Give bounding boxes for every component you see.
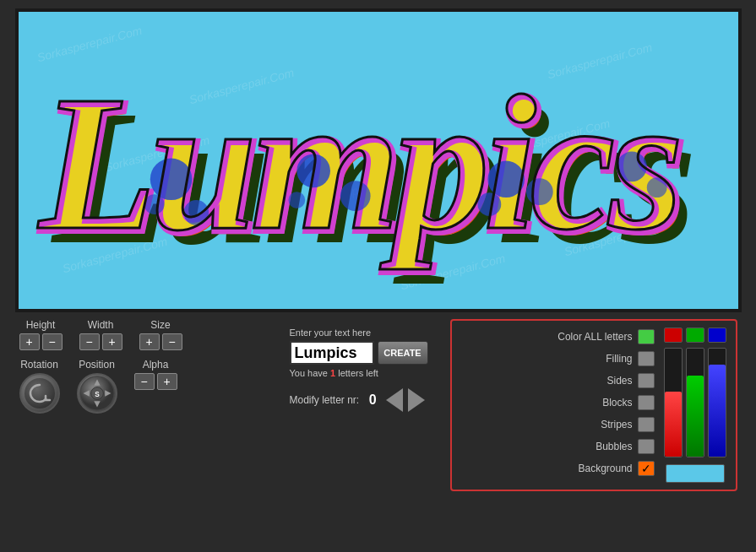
text-input-label: Enter your text here bbox=[290, 327, 372, 338]
color-row-blocks: Blocks bbox=[459, 393, 655, 412]
color-all-label: Color ALL letters bbox=[548, 331, 633, 343]
height-plus-button[interactable]: + bbox=[19, 333, 40, 350]
red-dot[interactable] bbox=[664, 327, 683, 343]
color-swatch-background[interactable]: ✓ bbox=[638, 461, 655, 476]
left-controls: Height + − Width − + Size + − bbox=[19, 319, 281, 414]
blue-slider[interactable] bbox=[708, 348, 726, 457]
green-slider[interactable] bbox=[686, 348, 704, 457]
color-row-stripes: Stripes bbox=[459, 415, 655, 434]
size-label: Size bbox=[150, 319, 170, 331]
red-slider[interactable] bbox=[664, 348, 683, 457]
green-slider-fill bbox=[687, 376, 704, 457]
width-control: Width − + bbox=[79, 319, 122, 350]
position-label: Position bbox=[79, 359, 115, 371]
green-dot[interactable] bbox=[686, 327, 704, 343]
color-row-bubbles: Bubbles bbox=[459, 437, 655, 456]
svg-text:Lumpics: Lumpics bbox=[36, 57, 677, 269]
filling-label: Filling bbox=[548, 353, 633, 365]
rotation-control: Rotation bbox=[19, 359, 60, 414]
color-row-all: Color ALL letters bbox=[459, 327, 655, 346]
sliders-container bbox=[664, 348, 726, 457]
rgb-header bbox=[664, 327, 726, 343]
color-swatch-bubbles[interactable] bbox=[638, 439, 655, 454]
graffiti-svg: Lumpics Lumpics Lumpics Lumpics Lumpics bbox=[19, 12, 738, 309]
height-buttons: + − bbox=[19, 333, 63, 350]
size-minus-button[interactable]: − bbox=[162, 333, 182, 350]
color-swatch-sides[interactable] bbox=[638, 373, 655, 388]
color-row-sides: Sides bbox=[459, 371, 655, 390]
modify-label: Modify letter nr: bbox=[290, 394, 360, 406]
height-minus-button[interactable]: − bbox=[42, 333, 63, 350]
modify-next-button[interactable] bbox=[408, 388, 425, 412]
compass-icon: S bbox=[79, 373, 116, 414]
modify-prev-button[interactable] bbox=[386, 388, 403, 412]
controls-area: Height + − Width − + Size + − bbox=[15, 319, 742, 491]
modify-row: Modify letter nr: 0 bbox=[290, 388, 426, 412]
size-buttons: + − bbox=[139, 333, 182, 350]
graffiti-canvas: Sorkasperepair.Com Sorkasperepair.Com So… bbox=[15, 8, 742, 312]
color-row-filling: Filling bbox=[459, 349, 655, 368]
height-label: Height bbox=[26, 319, 56, 331]
rotation-knob[interactable] bbox=[19, 373, 60, 414]
width-plus-button[interactable]: + bbox=[102, 333, 122, 350]
blocks-label: Blocks bbox=[548, 397, 633, 409]
text-input-row: CREATE bbox=[290, 341, 428, 365]
color-panel-right bbox=[661, 327, 729, 483]
rotation-icon bbox=[26, 380, 53, 407]
color-preview-box[interactable] bbox=[666, 464, 725, 483]
background-label: Background bbox=[548, 463, 633, 474]
text-input[interactable] bbox=[290, 341, 374, 365]
stripes-label: Stripes bbox=[548, 419, 633, 430]
red-slider-fill bbox=[665, 392, 682, 457]
modify-nr: 0 bbox=[364, 392, 381, 408]
position-control: Position bbox=[77, 359, 117, 414]
size-plus-button[interactable]: + bbox=[139, 333, 160, 350]
alpha-control: Alpha − + bbox=[134, 359, 177, 390]
width-label: Width bbox=[88, 319, 114, 331]
color-swatch-filling[interactable] bbox=[638, 351, 655, 366]
alpha-buttons: − + bbox=[134, 373, 177, 390]
width-buttons: − + bbox=[79, 333, 122, 350]
bottom-row: Rotation Position bbox=[19, 359, 281, 414]
blue-slider-fill bbox=[709, 365, 726, 457]
sides-label: Sides bbox=[548, 375, 633, 387]
color-swatch-stripes[interactable] bbox=[638, 417, 655, 432]
alpha-minus-button[interactable]: − bbox=[134, 373, 155, 390]
create-button[interactable]: CREATE bbox=[378, 341, 428, 365]
top-row: Height + − Width − + Size + − bbox=[19, 319, 281, 350]
svg-text:S: S bbox=[95, 391, 100, 398]
letters-left-text: You have 1 letters left bbox=[290, 368, 378, 378]
width-minus-button[interactable]: − bbox=[79, 333, 100, 350]
text-input-area: Enter your text here CREATE You have 1 l… bbox=[290, 327, 442, 412]
color-swatch-blocks[interactable] bbox=[638, 395, 655, 410]
height-control: Height + − bbox=[19, 319, 63, 350]
letters-count: 1 bbox=[330, 368, 335, 378]
color-panel: Color ALL letters Filling Sides Blocks S… bbox=[450, 319, 737, 491]
alpha-label: Alpha bbox=[143, 359, 169, 371]
size-control: Size + − bbox=[139, 319, 182, 350]
bubbles-label: Bubbles bbox=[548, 441, 633, 452]
position-compass[interactable]: S bbox=[77, 373, 117, 414]
color-swatch-all[interactable] bbox=[638, 329, 655, 344]
rotation-label: Rotation bbox=[20, 359, 58, 371]
blue-dot[interactable] bbox=[708, 327, 726, 343]
alpha-plus-button[interactable]: + bbox=[157, 373, 177, 390]
color-row-background: Background ✓ bbox=[459, 459, 655, 478]
color-panel-left: Color ALL letters Filling Sides Blocks S… bbox=[459, 327, 655, 483]
